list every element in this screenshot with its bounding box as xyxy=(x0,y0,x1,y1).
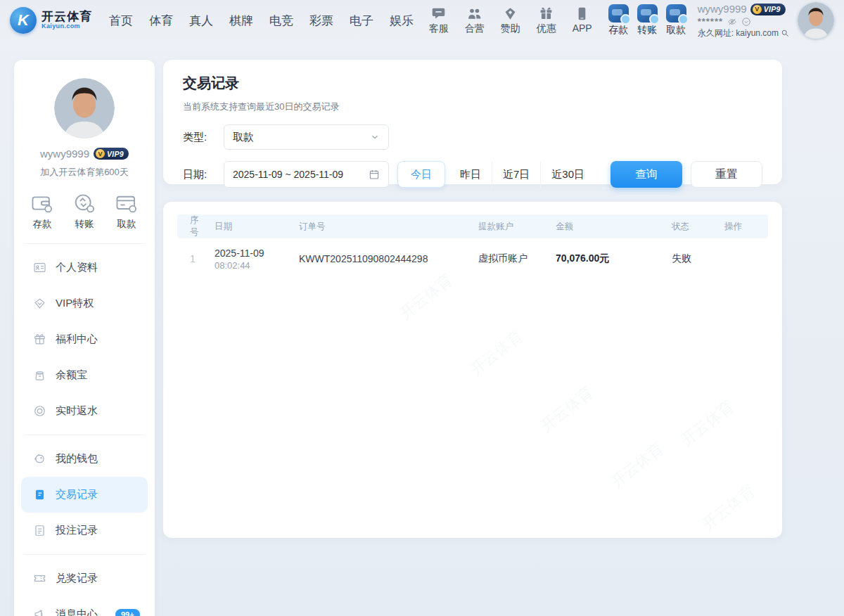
withdraw-tile-icon xyxy=(666,4,686,23)
sidebar-vip-emblem-icon: V xyxy=(96,149,105,158)
col-date: 日期 xyxy=(202,221,286,233)
nav-link-sports[interactable]: 体育 xyxy=(149,13,173,29)
page-subtitle: 当前系统支持查询最近30日的交易记录 xyxy=(183,101,762,113)
nav-link-chess[interactable]: 棋牌 xyxy=(229,13,253,29)
date-range-input[interactable]: 2025-11-09 ~ 2025-11-09 xyxy=(224,161,389,188)
sidebar-item-label: 我的钱包 xyxy=(56,452,98,466)
withdraw-shortcut-label: 取款 xyxy=(666,24,686,37)
avatar-image xyxy=(798,2,834,39)
sponsor-label: 赞助 xyxy=(501,23,520,35)
sidebar-quick-actions: 存款 转账 取款 xyxy=(14,179,155,242)
quick-date-options: 今日 昨日 近7日 近30日 xyxy=(397,161,595,188)
transfer-shortcut[interactable]: 转账 xyxy=(637,4,658,37)
app-download-button[interactable]: APP xyxy=(570,6,594,35)
quick-date-today[interactable]: 今日 xyxy=(397,161,445,188)
sidebar-item-label: VIP特权 xyxy=(56,297,94,310)
transactions-journal-icon xyxy=(33,488,46,501)
logo-title: 开云体育 xyxy=(41,11,92,23)
benefits-gift-icon xyxy=(33,333,46,346)
sidebar-item-wallet[interactable]: 我的钱包 xyxy=(14,441,155,477)
deposit-tile-icon xyxy=(608,4,629,23)
withdraw-card-icon xyxy=(115,193,138,214)
quick-date-yesterday[interactable]: 昨日 xyxy=(449,161,492,188)
username: wywy9999 xyxy=(698,3,747,15)
sidebar-divider xyxy=(24,243,145,244)
user-info-block: wywy9999 V VIP9 ****** 永久网址: kaiyun.com xyxy=(698,3,789,38)
sidebar-item-yuebao[interactable]: 余额宝 xyxy=(14,357,155,393)
withdraw-shortcut[interactable]: 取款 xyxy=(666,4,686,37)
col-order-no: 订单号 xyxy=(286,221,466,233)
unread-count-badge: 99+ xyxy=(115,609,140,616)
transfer-tile-icon xyxy=(637,4,658,23)
sidebar-item-transactions[interactable]: 交易记录 xyxy=(21,477,148,513)
sidebar-avatar[interactable] xyxy=(54,78,115,139)
site-logo[interactable]: K 开云体育 Kaiyun.com xyxy=(10,7,92,34)
nav-link-esports[interactable]: 电竞 xyxy=(269,13,293,29)
reset-button[interactable]: 重置 xyxy=(691,161,762,188)
sidebar-item-label: 消息中心 xyxy=(56,608,98,616)
nav-link-home[interactable]: 首页 xyxy=(109,13,133,29)
quick-date-30days[interactable]: 近30日 xyxy=(540,161,595,188)
mobile-app-icon xyxy=(575,6,589,21)
sidebar-item-label: 福利中心 xyxy=(56,333,98,346)
eye-off-icon[interactable] xyxy=(727,17,737,27)
top-navbar: K 开云体育 Kaiyun.com 首页 体育 真人 棋牌 电竞 彩票 电子 娱… xyxy=(0,0,844,41)
chevron-circle-icon[interactable] xyxy=(741,17,751,27)
partners-button[interactable]: 合营 xyxy=(463,6,487,35)
row-status: 失败 xyxy=(659,252,712,265)
row-datetime: 2025-11-09 08:02:44 xyxy=(202,248,286,271)
sidebar-item-benefits[interactable]: 福利中心 xyxy=(14,321,155,357)
logo-k-icon: K xyxy=(10,7,37,34)
sidebar-item-label: 兑奖记录 xyxy=(56,572,98,585)
utility-nav: 客服 合营 赞助 优惠 APP xyxy=(427,6,594,35)
watermark: 开云体育 xyxy=(466,326,528,380)
nav-link-entertainment[interactable]: 娱乐 xyxy=(390,13,414,29)
sidebar-item-label: 交易记录 xyxy=(56,488,98,501)
sidebar-transfer-label: 转账 xyxy=(75,218,94,231)
col-status: 状态 xyxy=(659,221,712,233)
deposit-wallet-icon xyxy=(31,193,53,214)
search-icon[interactable] xyxy=(781,29,789,37)
sidebar-item-messages[interactable]: 消息中心 99+ xyxy=(14,596,155,616)
sidebar-item-rebate[interactable]: 实时返水 xyxy=(14,393,155,429)
sidebar-profile: wywy9999 V VIP9 加入开云体育第600天 xyxy=(14,60,155,179)
quick-date-7days[interactable]: 近7日 xyxy=(492,161,540,188)
watermark: 开云体育 xyxy=(698,480,760,535)
calendar-icon xyxy=(369,169,380,180)
support-button[interactable]: 客服 xyxy=(427,6,451,35)
sidebar-deposit-button[interactable]: 存款 xyxy=(31,193,53,231)
sidebar-item-redeem[interactable]: 兑奖记录 xyxy=(14,560,155,596)
type-select[interactable]: 取款 xyxy=(224,124,389,150)
date-filter-row: 日期: 2025-11-09 ~ 2025-11-09 今日 昨日 近7日 近3… xyxy=(183,161,762,188)
promotions-label: 优惠 xyxy=(537,23,556,35)
user-avatar[interactable] xyxy=(798,2,834,39)
sidebar-menu-group-2: 我的钱包 交易记录 投注记录 xyxy=(14,437,155,553)
wallet-shortcuts: 存款 转账 取款 xyxy=(608,4,686,37)
promotions-button[interactable]: 优惠 xyxy=(535,6,558,35)
chevron-down-icon xyxy=(370,132,380,142)
sidebar-transfer-button[interactable]: 转账 xyxy=(73,193,96,231)
nav-link-slots[interactable]: 电子 xyxy=(350,13,373,29)
col-seq: 序号 xyxy=(177,214,202,238)
sidebar-avatar-image xyxy=(54,78,115,139)
transfer-shortcut-label: 转账 xyxy=(637,24,657,37)
nav-link-live[interactable]: 真人 xyxy=(189,13,213,29)
vip-badge: V VIP9 xyxy=(750,4,786,15)
row-seq: 1 xyxy=(177,253,202,264)
sidebar-item-bets[interactable]: 投注记录 xyxy=(14,513,155,548)
type-filter-row: 类型: 取款 xyxy=(183,124,762,150)
deposit-shortcut[interactable]: 存款 xyxy=(608,4,629,37)
sidebar-item-vip[interactable]: VIP特权 xyxy=(14,285,155,321)
logo-subtitle: Kaiyun.com xyxy=(41,23,92,30)
watermark: 开云体育 xyxy=(536,382,598,437)
sidebar-item-profile[interactable]: 个人资料 xyxy=(14,250,155,285)
permanent-url-label: 永久网址: kaiyun.com xyxy=(698,28,779,38)
sidebar-divider xyxy=(24,435,145,435)
sponsor-gem-icon xyxy=(503,6,518,21)
sponsor-button[interactable]: 赞助 xyxy=(499,6,523,35)
sidebar-withdraw-button[interactable]: 取款 xyxy=(115,193,138,231)
query-button[interactable]: 查询 xyxy=(610,161,682,188)
sidebar-deposit-label: 存款 xyxy=(33,218,52,231)
sidebar-item-label: 实时返水 xyxy=(56,404,98,418)
nav-link-lottery[interactable]: 彩票 xyxy=(309,13,333,29)
